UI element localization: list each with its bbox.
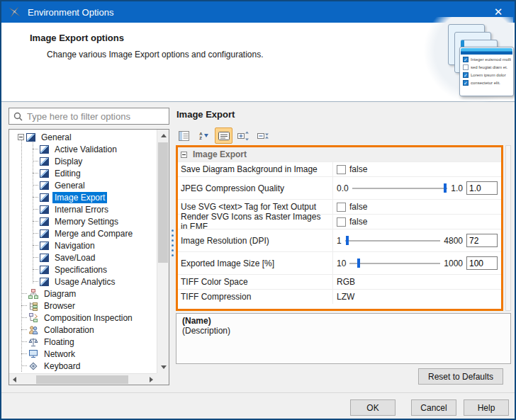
scroll-up-icon[interactable]: [161, 134, 167, 137]
value-input[interactable]: [466, 234, 498, 247]
sidebar-item-active-validation[interactable]: Active Validation: [9, 143, 156, 155]
sort-az-icon: AZ: [199, 132, 202, 140]
collaboration-icon: [28, 325, 38, 335]
composition-inspection-icon: [28, 313, 38, 323]
search-icon: [13, 112, 23, 121]
property-label: TIFF Compression: [178, 290, 332, 304]
sidebar-item-merge-and-compare[interactable]: Merge and Compare: [9, 227, 156, 239]
categorized-view-button[interactable]: [175, 127, 193, 144]
sidebar-item-image-export[interactable]: Image Export: [9, 191, 156, 203]
sidebar-item-diagram[interactable]: Diagram: [9, 288, 156, 300]
slider-thumb[interactable]: [444, 183, 447, 193]
page-title: Image Export options: [30, 33, 124, 43]
sort-alphabetically-button[interactable]: AZ: [195, 127, 213, 144]
checklist-row: sed feugiat diam et.: [460, 63, 513, 71]
property-label: Save Diagram Background in Image: [178, 162, 332, 176]
slider-track[interactable]: [352, 183, 448, 193]
checklist-row: ✓ Integer euismod mollis: [460, 55, 513, 63]
sidebar-item-general-root[interactable]: General: [9, 131, 156, 143]
property-value-cell[interactable]: false: [332, 162, 501, 176]
checked-box-icon: ✓: [463, 80, 469, 86]
sidebar-item-usage-analytics[interactable]: Usage Analytics: [9, 276, 156, 288]
ok-button[interactable]: OK: [350, 399, 396, 416]
options-page-icon: [40, 193, 49, 202]
slider-max-label: 1.0: [451, 183, 463, 193]
sidebar-item-navigation[interactable]: Navigation: [9, 239, 156, 251]
collapse-expander-icon[interactable]: [18, 134, 24, 140]
sidebar-item-memory-settings[interactable]: Memory Settings: [9, 215, 156, 227]
sidebar-item-label: Merge and Compare: [52, 228, 135, 239]
filter-input[interactable]: [27, 111, 164, 122]
options-page-icon: [40, 181, 49, 190]
expand-all-button[interactable]: [235, 127, 252, 144]
sidebar-item-label: Floating: [42, 336, 77, 348]
sidebar-item-floating[interactable]: Floating: [9, 336, 156, 348]
collapse-expander-icon[interactable]: [181, 152, 187, 158]
value-input[interactable]: [466, 181, 498, 195]
tree-connector: [21, 353, 27, 354]
property-group-header[interactable]: Image Export: [178, 147, 501, 161]
horizontal-scroll-thumb[interactable]: [36, 375, 128, 384]
properties-scrollbar-track[interactable]: [505, 145, 511, 311]
options-page-icon: [40, 278, 49, 286]
sidebar-item-plugins[interactable]: Plugins: [9, 372, 156, 373]
vertical-scroll-thumb[interactable]: [158, 142, 168, 263]
sidebar-item-specifications[interactable]: Specifications: [9, 263, 156, 276]
network-icon: [28, 349, 38, 359]
sidebar-item-label: Network: [42, 348, 77, 360]
options-page-icon: [40, 229, 49, 238]
tree-horizontal-scrollbar[interactable]: [9, 373, 157, 385]
value-input[interactable]: [466, 256, 498, 270]
sidebar-item-internal-errors[interactable]: Internal Errors: [9, 203, 156, 215]
options-page-icon: [40, 205, 49, 214]
scroll-left-icon[interactable]: [13, 377, 16, 382]
sidebar-item-general[interactable]: General: [9, 179, 156, 191]
sidebar-item-composition-inspection[interactable]: Composition Inspection: [9, 312, 156, 324]
checklist-label: Lorem ipsum dolor: [471, 73, 506, 77]
scroll-down-icon[interactable]: [161, 365, 167, 369]
checkbox[interactable]: [337, 165, 346, 174]
sidebar-item-editing[interactable]: Editing: [9, 167, 156, 179]
property-value-cell[interactable]: false: [332, 215, 501, 229]
expand-all-icon: [237, 131, 249, 141]
scroll-right-icon[interactable]: [150, 377, 153, 382]
cancel-button[interactable]: Cancel: [411, 399, 456, 416]
tree-connector: [33, 233, 38, 234]
sort-down-arrow-icon: [204, 134, 208, 137]
reset-to-defaults-button[interactable]: Reset to Defaults: [418, 368, 503, 385]
help-button[interactable]: Help: [464, 399, 509, 416]
sidebar-item-browser[interactable]: Browser: [9, 300, 156, 312]
property-name-placeholder: (Name): [182, 316, 505, 326]
property-value-cell[interactable]: false: [332, 200, 501, 214]
collapse-all-button[interactable]: [254, 127, 272, 144]
options-page-icon: [40, 254, 49, 262]
slider-max-label: 1000: [444, 259, 463, 268]
checkbox[interactable]: [337, 203, 346, 212]
slider-track[interactable]: [349, 259, 440, 268]
sidebar-item-keyboard[interactable]: Keyboard: [9, 360, 156, 372]
options-page-icon: [40, 242, 49, 250]
checkbox-value-label: false: [349, 164, 367, 174]
tree-vertical-scrollbar[interactable]: [157, 130, 169, 373]
property-value-cell[interactable]: LZW: [332, 290, 501, 304]
environment-options-dialog: Environment Options ✕ Image Export optio…: [0, 0, 516, 420]
tree-connector: [33, 173, 38, 174]
sidebar-item-label: Internal Errors: [52, 204, 111, 215]
property-value-text: RGB: [337, 277, 355, 287]
slider-track[interactable]: [345, 236, 441, 245]
sidebar-item-collaboration[interactable]: Collaboration: [9, 324, 156, 336]
sidebar-item-display[interactable]: Display: [9, 155, 156, 167]
tree-connector: [33, 281, 38, 282]
property-value-cell[interactable]: RGB: [332, 275, 501, 289]
sidebar-item-network[interactable]: Network: [9, 348, 156, 360]
tree-connector: [33, 269, 38, 270]
slider-min-label: 10: [337, 259, 346, 268]
slider-thumb[interactable]: [346, 236, 349, 245]
sidebar-item-save-load[interactable]: Save/Load: [9, 251, 156, 263]
property-row: Image Resolution (DPI) 1 4800: [178, 229, 501, 251]
slider-thumb[interactable]: [357, 259, 360, 268]
show-description-button[interactable]: [215, 127, 232, 144]
property-description-box: (Name) (Description): [176, 313, 511, 364]
panel-splitter[interactable]: [171, 229, 174, 269]
checkbox[interactable]: [337, 217, 346, 227]
